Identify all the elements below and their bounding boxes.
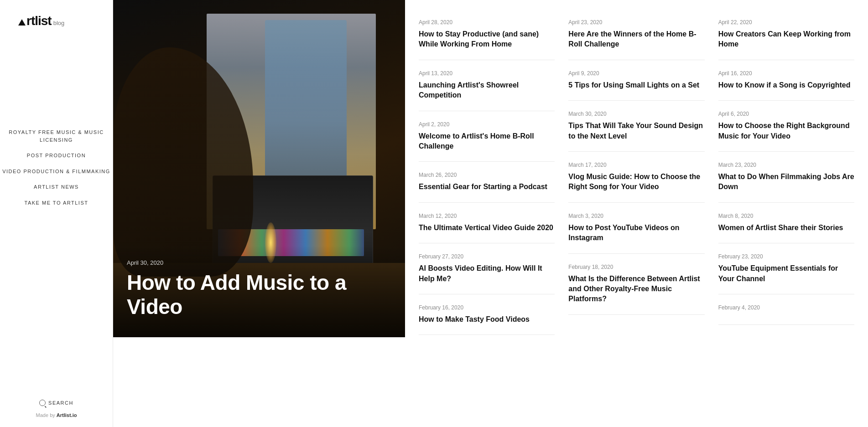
hero-section[interactable]: April 30, 2020 How to Add Music to a Vid… <box>113 0 405 337</box>
made-by-prefix: Made by <box>36 412 57 418</box>
article-item[interactable]: February 23, 2020 YouTube Equipment Esse… <box>718 243 854 294</box>
article-item[interactable]: February 18, 2020 What Is the Difference… <box>568 254 704 315</box>
hero-overlay: April 30, 2020 How to Add Music to a Vid… <box>113 246 405 337</box>
article-date: February 16, 2020 <box>419 304 555 311</box>
article-date: April 23, 2020 <box>568 19 704 26</box>
article-title: What to Do When Filmmaking Jobs Are Down <box>718 172 854 192</box>
article-item[interactable]: February 16, 2020 How to Make Tasty Food… <box>419 294 555 335</box>
sidebar-item-royalty-free[interactable]: ROYALTY FREE MUSIC & MUSIC LICENSING <box>0 129 113 144</box>
search-icon <box>39 400 46 406</box>
article-title: How Creators Can Keep Working from Home <box>718 29 854 50</box>
logo-blog: blog <box>53 20 65 26</box>
article-date: April 6, 2020 <box>718 111 854 117</box>
article-title: How to Know if a Song is Copyrighted <box>718 80 854 90</box>
article-date: April 2, 2020 <box>419 121 555 128</box>
article-item[interactable]: March 17, 2020 Vlog Music Guide: How to … <box>568 152 704 203</box>
search-button[interactable]: SEARCH <box>39 386 73 406</box>
article-item[interactable]: April 9, 2020 5 Tips for Using Small Lig… <box>568 60 704 101</box>
article-title: Vlog Music Guide: How to Choose the Righ… <box>568 172 704 192</box>
sidebar-nav: ROYALTY FREE MUSIC & MUSIC LICENSING POS… <box>0 129 113 206</box>
article-date: February 4, 2020 <box>718 304 854 311</box>
article-item[interactable]: April 22, 2020 How Creators Can Keep Wor… <box>718 9 854 60</box>
article-date: April 22, 2020 <box>718 19 854 26</box>
article-date: February 27, 2020 <box>419 253 555 260</box>
logo-text: rtlist <box>18 14 52 28</box>
article-item[interactable]: March 26, 2020 Essential Gear for Starti… <box>419 162 555 202</box>
articles-col-1: April 28, 2020 How to Stay Productive (a… <box>419 9 555 335</box>
article-date: February 18, 2020 <box>568 264 704 270</box>
article-date: March 8, 2020 <box>718 213 854 219</box>
article-date: April 16, 2020 <box>718 70 854 77</box>
article-item[interactable]: March 3, 2020 How to Post YouTube Videos… <box>568 203 704 254</box>
article-item[interactable]: March 12, 2020 The Ultimate Vertical Vid… <box>419 203 555 243</box>
sidebar-item-video-production[interactable]: VIDEO PRODUCTION & FILMMAKING <box>2 168 110 175</box>
article-item[interactable]: March 30, 2020 Tips That Will Take Your … <box>568 101 704 152</box>
artlist-link[interactable]: Artlist.io <box>57 412 77 418</box>
article-title: How to Stay Productive (and sane) While … <box>419 29 555 50</box>
article-date: March 23, 2020 <box>718 162 854 168</box>
hero-title: How to Add Music to a Video <box>127 271 391 319</box>
articles-section: April 28, 2020 How to Stay Productive (a… <box>405 0 868 427</box>
search-label: SEARCH <box>48 400 73 406</box>
article-title: YouTube Equipment Essentials for Your Ch… <box>718 263 854 284</box>
article-title: Launching Artlist's Showreel Competition <box>419 80 555 101</box>
article-title: Here Are the Winners of the Home B-Roll … <box>568 29 704 50</box>
article-date: April 28, 2020 <box>419 19 555 26</box>
article-date: March 17, 2020 <box>568 162 704 168</box>
article-title: 5 Tips for Using Small Lights on a Set <box>568 80 704 90</box>
article-date: March 12, 2020 <box>419 213 555 219</box>
article-date: April 9, 2020 <box>568 70 704 77</box>
article-item[interactable]: April 23, 2020 Here Are the Winners of t… <box>568 9 704 60</box>
article-title: Tips That Will Take Your Sound Design to… <box>568 121 704 141</box>
article-date: March 30, 2020 <box>568 111 704 117</box>
article-date: March 3, 2020 <box>568 213 704 219</box>
article-item[interactable]: April 6, 2020 How to Choose the Right Ba… <box>718 101 854 152</box>
main-content: April 30, 2020 How to Add Music to a Vid… <box>113 0 868 427</box>
article-title: The Ultimate Vertical Video Guide 2020 <box>419 223 555 233</box>
article-title: How to Choose the Right Background Music… <box>718 121 854 141</box>
article-title: How to Make Tasty Food Videos <box>419 314 555 324</box>
article-item[interactable]: February 27, 2020 AI Boosts Video Editin… <box>419 243 555 294</box>
sidebar-item-artlist-news[interactable]: ARTLIST NEWS <box>34 183 79 191</box>
logo-triangle-icon <box>18 19 26 26</box>
article-item[interactable]: April 2, 2020 Welcome to Artlist's Home … <box>419 111 555 162</box>
article-date: April 13, 2020 <box>419 70 555 77</box>
article-title: What Is the Difference Between Artlist a… <box>568 274 704 304</box>
article-item[interactable]: February 4, 2020 <box>718 294 854 325</box>
article-item[interactable]: April 16, 2020 How to Know if a Song is … <box>718 60 854 101</box>
article-title: AI Boosts Video Editing. How Will It Hel… <box>419 263 555 284</box>
article-item[interactable]: March 8, 2020 Women of Artlist Share the… <box>718 203 854 243</box>
made-by: Made by Artlist.io <box>36 412 77 418</box>
article-item[interactable]: April 13, 2020 Launching Artlist's Showr… <box>419 60 555 111</box>
sidebar-item-take-me[interactable]: TAKE ME TO ARTLIST <box>25 199 88 207</box>
sidebar-item-post-production[interactable]: POST PRODUCTION <box>27 152 86 159</box>
articles-col-2: April 23, 2020 Here Are the Winners of t… <box>568 9 704 335</box>
articles-col-3: April 22, 2020 How Creators Can Keep Wor… <box>718 9 854 335</box>
article-item[interactable]: March 23, 2020 What to Do When Filmmakin… <box>718 152 854 203</box>
article-title: How to Post YouTube Videos on Instagram <box>568 223 704 243</box>
article-item[interactable]: April 28, 2020 How to Stay Productive (a… <box>419 9 555 60</box>
article-title: Women of Artlist Share their Stories <box>718 223 854 233</box>
article-title: Welcome to Artlist's Home B-Roll Challen… <box>419 131 555 152</box>
article-title: Essential Gear for Starting a Podcast <box>419 182 555 192</box>
hero-date: April 30, 2020 <box>127 259 391 266</box>
article-date: March 26, 2020 <box>419 172 555 178</box>
article-date: February 23, 2020 <box>718 253 854 260</box>
logo[interactable]: rtlist blog <box>0 14 64 28</box>
sidebar: rtlist blog ROYALTY FREE MUSIC & MUSIC L… <box>0 0 113 427</box>
